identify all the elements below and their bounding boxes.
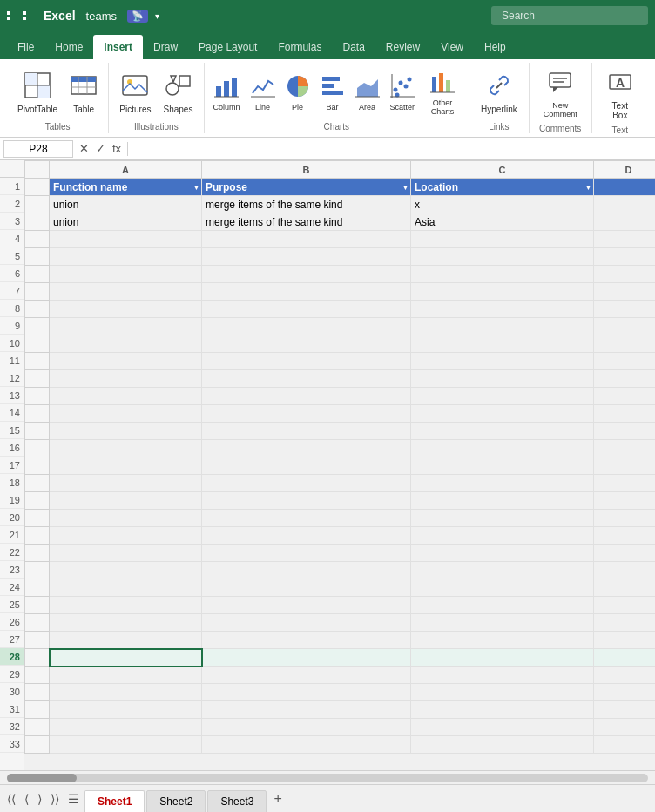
- cell-D6[interactable]: [594, 266, 656, 283]
- cell-C6[interactable]: [411, 266, 594, 283]
- row-num-24[interactable]: 24: [0, 579, 24, 596]
- cell-A8[interactable]: [50, 301, 202, 318]
- cell-B31[interactable]: [202, 701, 411, 719]
- row-num-14[interactable]: 14: [0, 404, 24, 422]
- cell-C23[interactable]: [411, 562, 594, 579]
- cell-D28[interactable]: [594, 649, 656, 667]
- cell-A27[interactable]: [50, 632, 202, 649]
- cell-C17[interactable]: [411, 457, 594, 475]
- cell-C26[interactable]: [411, 614, 594, 632]
- cell-D7[interactable]: [594, 283, 656, 301]
- cell-B29[interactable]: [202, 667, 411, 684]
- cell-A25[interactable]: [50, 597, 202, 614]
- cell-C32[interactable]: [411, 719, 594, 736]
- row-num-23[interactable]: 23: [0, 561, 24, 579]
- sheet-nav-next[interactable]: ⟩: [34, 790, 45, 808]
- cell-A33[interactable]: [50, 736, 202, 754]
- hyperlink-button[interactable]: Hyperlink: [476, 68, 523, 118]
- sheet-nav-prev[interactable]: ⟨: [21, 790, 32, 808]
- cell-D21[interactable]: [594, 527, 656, 545]
- cell-D12[interactable]: [594, 370, 656, 388]
- cell-B9[interactable]: [202, 318, 411, 335]
- tab-formulas[interactable]: Formulas: [267, 35, 332, 59]
- row-num-11[interactable]: 11: [0, 352, 24, 369]
- cell-D27[interactable]: [594, 632, 656, 649]
- sheet-tab-1[interactable]: Sheet1: [84, 790, 145, 813]
- filter-btn-C[interactable]: ▾: [586, 183, 591, 192]
- tab-file[interactable]: File: [7, 35, 44, 59]
- row-num-31[interactable]: 31: [0, 700, 24, 718]
- cell-C4[interactable]: [411, 231, 594, 248]
- cell-A13[interactable]: [50, 388, 202, 405]
- sheet-nav-first[interactable]: ⟨⟨: [3, 790, 19, 808]
- row-num-4[interactable]: 4: [0, 230, 24, 247]
- sheet-menu-button[interactable]: ☰: [64, 790, 83, 808]
- shapes-button[interactable]: Shapes: [158, 68, 198, 118]
- cell-D20[interactable]: [594, 510, 656, 527]
- col-header-D[interactable]: D: [594, 161, 656, 179]
- cell-D8[interactable]: [594, 301, 656, 318]
- cell-B24[interactable]: [202, 579, 411, 597]
- text-box-button[interactable]: A Text Box: [599, 64, 641, 124]
- cell-A22[interactable]: [50, 545, 202, 562]
- cell-B22[interactable]: [202, 545, 411, 562]
- cell-B33[interactable]: [202, 736, 411, 754]
- horizontal-scrollbar[interactable]: [7, 774, 648, 782]
- cell-C20[interactable]: [411, 510, 594, 527]
- cell-A9[interactable]: [50, 318, 202, 335]
- cell-A31[interactable]: [50, 701, 202, 719]
- cell-B25[interactable]: [202, 597, 411, 614]
- cell-C14[interactable]: [411, 405, 594, 423]
- cell-B14[interactable]: [202, 405, 411, 423]
- search-input[interactable]: [491, 6, 648, 25]
- row-num-19[interactable]: 19: [0, 491, 24, 509]
- cell-D22[interactable]: [594, 545, 656, 562]
- cell-D25[interactable]: [594, 597, 656, 614]
- cell-A12[interactable]: [50, 370, 202, 388]
- cell-B4[interactable]: [202, 231, 411, 248]
- cell-A10[interactable]: [50, 335, 202, 353]
- cell-D24[interactable]: [594, 579, 656, 597]
- column-chart-button[interactable]: Column: [208, 71, 246, 115]
- cell-A14[interactable]: [50, 405, 202, 423]
- cell-C7[interactable]: [411, 283, 594, 301]
- cell-C8[interactable]: [411, 301, 594, 318]
- cell-D4[interactable]: [594, 231, 656, 248]
- cell-A17[interactable]: [50, 457, 202, 475]
- cell-B7[interactable]: [202, 283, 411, 301]
- cell-B32[interactable]: [202, 719, 411, 736]
- col-header-A[interactable]: A: [50, 161, 202, 179]
- area-chart-button[interactable]: Area: [350, 71, 385, 115]
- cell-C19[interactable]: [411, 492, 594, 510]
- row-num-25[interactable]: 25: [0, 596, 24, 613]
- col-header-C[interactable]: C: [411, 161, 594, 179]
- cell-D19[interactable]: [594, 492, 656, 510]
- tab-page-layout[interactable]: Page Layout: [188, 35, 267, 59]
- cell-A7[interactable]: [50, 283, 202, 301]
- tab-review[interactable]: Review: [375, 35, 430, 59]
- col-header-B[interactable]: B: [202, 161, 411, 179]
- cell-B6[interactable]: [202, 266, 411, 283]
- cell-D29[interactable]: [594, 667, 656, 684]
- cell-B8[interactable]: [202, 301, 411, 318]
- cell-A2[interactable]: union: [50, 196, 202, 213]
- cell-B10[interactable]: [202, 335, 411, 353]
- cell-B13[interactable]: [202, 388, 411, 405]
- cell-D31[interactable]: [594, 701, 656, 719]
- cell-A28[interactable]: [50, 649, 202, 667]
- cell-A30[interactable]: [50, 684, 202, 701]
- cell-D14[interactable]: [594, 405, 656, 423]
- line-chart-button[interactable]: Line: [246, 71, 280, 115]
- cell-B20[interactable]: [202, 510, 411, 527]
- cell-A32[interactable]: [50, 719, 202, 736]
- cell-D17[interactable]: [594, 457, 656, 475]
- row-num-15[interactable]: 15: [0, 422, 24, 439]
- cell-B26[interactable]: [202, 614, 411, 632]
- row-num-22[interactable]: 22: [0, 544, 24, 561]
- cell-C15[interactable]: [411, 423, 594, 440]
- row-num-21[interactable]: 21: [0, 526, 24, 544]
- cell-C25[interactable]: [411, 597, 594, 614]
- cell-C2[interactable]: x: [411, 196, 594, 213]
- cell-C28[interactable]: [411, 649, 594, 667]
- cell-D9[interactable]: [594, 318, 656, 335]
